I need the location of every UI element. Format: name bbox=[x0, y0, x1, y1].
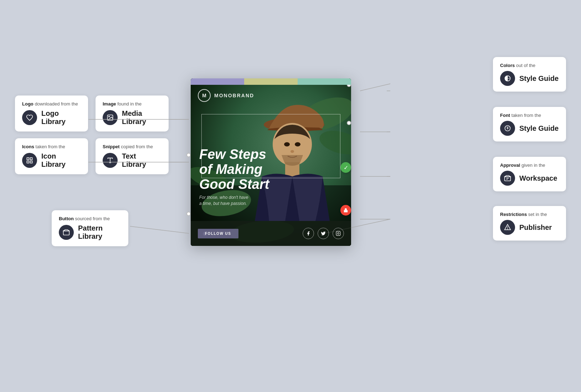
svg-point-15 bbox=[109, 116, 110, 117]
colors-card-title: Style Guide bbox=[519, 74, 559, 83]
mockup-subtext: For those, who don't have a time, but ha… bbox=[199, 195, 269, 207]
color-strips bbox=[191, 78, 351, 85]
logo-card-title: Logo Library bbox=[41, 109, 81, 126]
button-card: Button sourced from the Pattern Library bbox=[52, 210, 128, 246]
svg-line-9 bbox=[360, 84, 390, 91]
headline-text: Few Steps of Making Good Start bbox=[199, 147, 269, 192]
image-icon bbox=[103, 110, 118, 125]
snippet-card-title: Text Library bbox=[122, 152, 161, 169]
button-card-label: Button sourced from the bbox=[59, 216, 121, 221]
svg-rect-46 bbox=[344, 210, 348, 212]
colors-icon bbox=[500, 71, 515, 86]
icons-card-title: Icon Library bbox=[41, 152, 81, 169]
restrictions-card-label: Restrictions set in the bbox=[500, 212, 559, 217]
design-mockup: M MONOBRAND Few Steps of Making Good Sta… bbox=[191, 78, 351, 246]
svg-rect-16 bbox=[27, 158, 29, 160]
font-icon bbox=[500, 121, 515, 136]
snippet-icon bbox=[103, 153, 118, 168]
svg-point-30 bbox=[508, 229, 508, 229]
font-card-label: Font taken from the bbox=[500, 113, 559, 118]
svg-rect-18 bbox=[30, 161, 32, 163]
mockup-header: M MONOBRAND bbox=[191, 85, 351, 106]
svg-rect-25 bbox=[505, 177, 511, 181]
restrictions-card: Restrictions set in the Publisher bbox=[493, 206, 566, 241]
svg-point-43 bbox=[290, 150, 294, 153]
image-card-label: Image found in the bbox=[103, 101, 161, 107]
mockup-headline: Few Steps of Making Good Start For those… bbox=[199, 147, 269, 207]
approval-dot: ✓ bbox=[340, 162, 351, 173]
image-card-title: Media Library bbox=[122, 109, 161, 126]
svg-rect-17 bbox=[30, 158, 32, 160]
follow-button[interactable]: FOLLOW US bbox=[198, 229, 238, 238]
approval-card-title: Workspace bbox=[519, 174, 557, 182]
snippet-card-label: Snippet copied from the bbox=[103, 144, 161, 149]
restrictions-card-title: Publisher bbox=[519, 223, 552, 232]
svg-point-41 bbox=[284, 142, 290, 146]
logo-card: Logo downloaded from the Logo Library bbox=[15, 96, 88, 131]
facebook-icon bbox=[303, 228, 314, 239]
approval-card-label: Approval given in the bbox=[500, 163, 559, 168]
color-strip-2 bbox=[244, 78, 298, 85]
colors-card: Colors out of the Style Guide bbox=[493, 57, 566, 92]
icons-card: Icons taken from the Icon Library bbox=[15, 138, 88, 174]
twitter-icon bbox=[318, 228, 329, 239]
logo-card-label: Logo downloaded from the bbox=[22, 101, 81, 107]
instagram-icon bbox=[333, 228, 344, 239]
icons-card-label: Icons taken from the bbox=[22, 144, 81, 149]
approval-card: Approval given in the Workspace bbox=[493, 157, 566, 191]
image-card: Image found in the Media Library bbox=[96, 96, 169, 131]
svg-rect-22 bbox=[63, 231, 70, 235]
connector-dot-right-mid bbox=[347, 121, 351, 125]
mockup-logo: M bbox=[198, 89, 211, 102]
font-card: Font taken from the Style Guide bbox=[493, 107, 566, 141]
font-card-title: Style Guide bbox=[519, 124, 559, 133]
icons-icon bbox=[22, 153, 37, 168]
colors-card-label: Colors out of the bbox=[500, 63, 559, 68]
restriction-dot bbox=[340, 205, 351, 216]
button-icon bbox=[59, 225, 74, 240]
connector-dot-left-mid bbox=[186, 153, 191, 157]
snippet-card: Snippet copied from the Text Library bbox=[96, 138, 169, 174]
logo-icon bbox=[22, 110, 37, 125]
color-strip-1 bbox=[191, 78, 244, 85]
button-card-title: Pattern Library bbox=[78, 224, 121, 241]
mockup-brand: MONOBRAND bbox=[214, 93, 254, 98]
connector-dot-bottom-left bbox=[186, 212, 191, 216]
mockup-bottom-bar: FOLLOW US bbox=[191, 221, 351, 246]
social-icons bbox=[303, 228, 344, 239]
svg-point-42 bbox=[295, 142, 300, 146]
svg-rect-19 bbox=[27, 161, 29, 163]
svg-rect-44 bbox=[336, 231, 340, 236]
color-strip-3 bbox=[298, 78, 351, 85]
approval-icon bbox=[500, 171, 515, 186]
restrictions-icon bbox=[500, 220, 515, 235]
svg-line-4 bbox=[130, 226, 189, 233]
